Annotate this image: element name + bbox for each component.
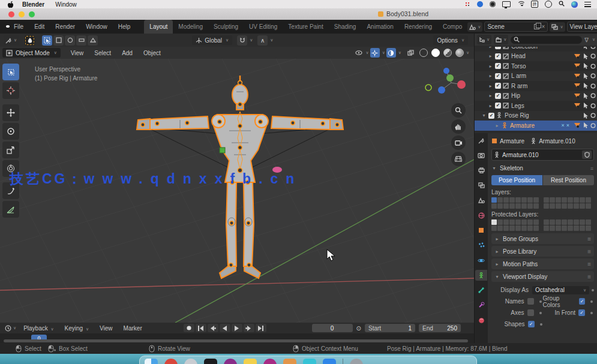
tab-modeling[interactable]: Modeling — [173, 21, 208, 32]
cursor-sel-icon[interactable] — [583, 73, 589, 79]
next-keyframe-button[interactable] — [244, 324, 254, 332]
layer-cell[interactable] — [586, 197, 591, 203]
filter-icon[interactable]: ∇ — [584, 37, 589, 43]
viewport-menu-add[interactable]: Add — [116, 50, 138, 56]
dot-circle-icon[interactable] — [590, 123, 596, 128]
timeline-menu-playback[interactable]: Playback ∨ — [18, 325, 59, 332]
menu-window[interactable]: Window — [80, 23, 113, 30]
layer-cell[interactable] — [515, 203, 521, 209]
layer-cell[interactable] — [509, 197, 515, 203]
properties-tab-output[interactable] — [475, 165, 487, 176]
proportional-dropdown[interactable]: ∨ — [270, 38, 273, 43]
tool-option-3[interactable] — [76, 35, 86, 46]
navigation-gizmo[interactable] — [425, 68, 466, 94]
siri-icon[interactable] — [571, 1, 578, 8]
timeline-ruler[interactable]: 0 — [0, 333, 474, 343]
select-tool-toggle[interactable] — [42, 35, 52, 46]
dock-app-blue[interactable] — [323, 359, 336, 364]
mode-selector[interactable]: Object Mode∨ — [2, 48, 61, 58]
pan-hand-button[interactable] — [451, 119, 466, 134]
layer-cell[interactable] — [544, 219, 549, 225]
disclosure-icon[interactable]: ▸ — [488, 53, 493, 59]
dock-app-orange[interactable] — [283, 359, 296, 364]
scale-tool-button[interactable] — [2, 142, 19, 158]
scene-selector[interactable]: Scene × — [484, 22, 548, 32]
properties-tab-physics[interactable] — [475, 255, 487, 266]
pose-position-button[interactable]: Pose Position — [491, 175, 542, 185]
dock-app-teal[interactable] — [303, 359, 316, 364]
sync-button[interactable] — [184, 324, 194, 332]
display-icon[interactable] — [502, 1, 511, 7]
tab-texture-paint[interactable]: Texture Paint — [283, 21, 328, 32]
tab-layout[interactable]: Layout — [144, 20, 173, 34]
collection-checkbox[interactable]: ✓ — [488, 113, 494, 119]
collection-checkbox[interactable]: ✓ — [495, 103, 501, 109]
timeline-scrollbar[interactable] — [4, 339, 468, 342]
properties-tab-render[interactable] — [475, 150, 487, 161]
layer-cell[interactable] — [586, 203, 591, 209]
outliner-row-r-arm[interactable]: ▸✓R arm — [475, 81, 597, 91]
disclosure-icon[interactable]: ▸ — [488, 73, 493, 79]
layer-cell[interactable] — [509, 203, 515, 209]
layer-cell[interactable] — [497, 219, 503, 225]
camera-eye-icon[interactable] — [490, 1, 496, 7]
viewport-display-section-header[interactable]: ▾Viewport Display≡ — [491, 271, 594, 282]
move-tool-button[interactable] — [2, 104, 19, 121]
collection-checkbox[interactable]: ✓ — [495, 83, 501, 89]
viewport-menu-object[interactable]: Object — [138, 50, 166, 56]
tab-compo[interactable]: Compo — [437, 21, 467, 32]
dot-circle-icon[interactable] — [590, 53, 596, 59]
layer-cell[interactable] — [497, 203, 503, 209]
group-colors-checkbox[interactable]: ✓ — [579, 298, 585, 305]
collection-checkbox[interactable]: ✓ — [495, 73, 501, 79]
layer-cell[interactable] — [521, 203, 527, 209]
keying-set-icon[interactable]: ⊙ — [356, 325, 361, 332]
search-icon[interactable] — [559, 1, 565, 8]
layer-cell[interactable] — [580, 203, 585, 209]
dock-app-dark[interactable] — [204, 359, 217, 364]
layer-cell[interactable] — [544, 203, 549, 209]
layer-cell[interactable] — [562, 219, 567, 225]
tab-rendering[interactable]: Rendering — [399, 21, 437, 32]
close-window-button[interactable] — [8, 11, 14, 17]
cursor-sel-icon[interactable] — [583, 113, 589, 119]
snap-toggle[interactable] — [237, 35, 247, 46]
layer-cell[interactable] — [544, 197, 549, 203]
layer-cell[interactable] — [556, 203, 561, 209]
zoom-window-button[interactable] — [29, 11, 35, 17]
display-as-dropdown[interactable]: Octahedral∨ — [532, 286, 589, 294]
layer-cell[interactable] — [533, 197, 539, 203]
tool-option-1[interactable] — [53, 35, 64, 46]
fake-user-button[interactable] — [582, 151, 592, 159]
layer-cell[interactable] — [527, 203, 533, 209]
xray-toggle[interactable] — [406, 48, 416, 58]
tab-shading[interactable]: Shading — [329, 21, 362, 32]
layer-cell[interactable] — [574, 203, 579, 209]
cursor-sel-icon[interactable] — [583, 93, 589, 99]
properties-tab-particles[interactable] — [475, 240, 487, 251]
layer-cell[interactable] — [533, 225, 539, 231]
select-box-tool-button[interactable] — [2, 64, 19, 80]
layer-cell[interactable] — [491, 197, 497, 203]
layer-cell[interactable] — [533, 219, 539, 225]
layer-cell[interactable] — [509, 225, 515, 231]
shading-rendered-button[interactable] — [455, 49, 464, 57]
layer-cell[interactable] — [568, 219, 573, 225]
dock-app-red[interactable] — [164, 359, 178, 364]
shapes-checkbox[interactable]: ✓ — [528, 321, 535, 327]
dock-app-silver[interactable] — [184, 359, 197, 364]
layer-cell[interactable] — [521, 197, 527, 203]
outliner-row-armature[interactable]: ▸Armature×× — [475, 121, 597, 131]
frame-end-field[interactable]: End250 — [419, 324, 461, 332]
layer-cell[interactable] — [562, 225, 567, 231]
current-frame-field[interactable]: 0 — [312, 324, 353, 332]
layer-cell[interactable] — [515, 225, 521, 231]
collection-checkbox[interactable]: ✓ — [495, 53, 501, 59]
outliner-row-l-arm[interactable]: ▸✓L arm — [475, 71, 597, 82]
jump-to-end-button[interactable] — [256, 324, 266, 332]
layer-cell[interactable] — [556, 225, 561, 231]
disclosure-icon[interactable]: ▸ — [488, 103, 493, 109]
layer-cell[interactable] — [491, 203, 497, 209]
layer-cell[interactable] — [556, 219, 561, 225]
timeline-menu-keying[interactable]: Keying ∨ — [59, 325, 94, 332]
